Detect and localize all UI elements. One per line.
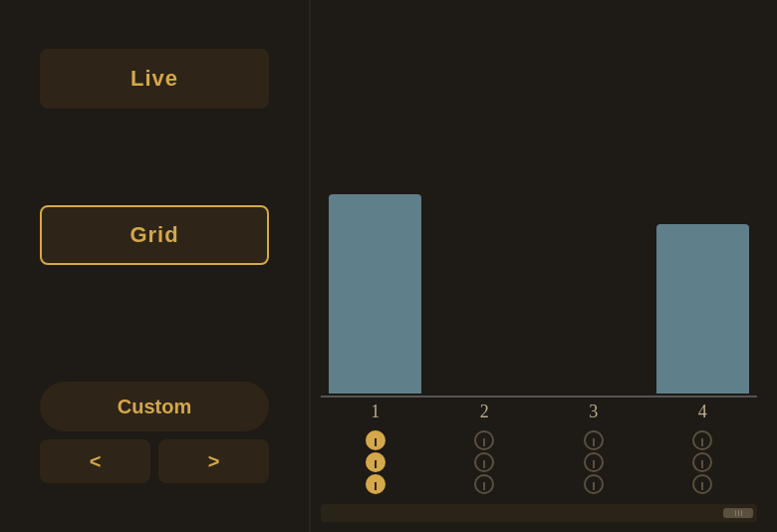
ch-control-4 bbox=[648, 430, 758, 494]
labels-row: 1 2 3 4 bbox=[321, 398, 757, 426]
bars-area bbox=[321, 20, 757, 394]
channel-2-column bbox=[430, 20, 540, 394]
grid-button[interactable]: Grid bbox=[40, 205, 269, 265]
knob-3-bot[interactable] bbox=[584, 474, 604, 494]
ch-label-2: 2 bbox=[430, 401, 540, 422]
knob-4-mid[interactable] bbox=[692, 452, 712, 472]
knob-3-mid[interactable] bbox=[584, 452, 604, 472]
knob-stack-4[interactable] bbox=[692, 430, 712, 494]
knob-4-top[interactable] bbox=[692, 430, 712, 450]
bottom-controls: Custom < > bbox=[40, 382, 269, 483]
ch-control-2 bbox=[430, 430, 540, 494]
scrollbar-line-3 bbox=[741, 510, 742, 516]
knob-3-top[interactable] bbox=[584, 430, 604, 450]
ch-label-4: 4 bbox=[648, 401, 758, 422]
ch-label-3: 3 bbox=[539, 401, 648, 422]
ch-control-3 bbox=[539, 430, 648, 494]
knob-2-bot[interactable] bbox=[474, 474, 494, 494]
channel-1-column bbox=[321, 20, 430, 394]
channel-3-column bbox=[539, 20, 648, 394]
knob-1-top[interactable] bbox=[366, 430, 386, 450]
nav-row: < > bbox=[40, 439, 269, 483]
live-button[interactable]: Live bbox=[40, 49, 269, 109]
knob-4-bot[interactable] bbox=[692, 474, 712, 494]
ch-control-1 bbox=[321, 430, 430, 494]
prev-button[interactable]: < bbox=[40, 439, 150, 483]
next-button[interactable]: > bbox=[158, 439, 269, 483]
knob-1-bot[interactable] bbox=[366, 474, 386, 494]
main-container: Live Grid Custom < > bbox=[0, 0, 777, 532]
knob-stack-2[interactable] bbox=[474, 430, 494, 494]
scrollbar-thumb[interactable] bbox=[723, 508, 753, 518]
right-panel: 1 2 3 4 bbox=[311, 0, 777, 532]
knob-stack-1[interactable] bbox=[366, 430, 386, 494]
ch-label-1: 1 bbox=[321, 401, 430, 422]
knob-stack-3[interactable] bbox=[584, 430, 604, 494]
scrollbar-line-1 bbox=[735, 510, 736, 516]
left-panel: Live Grid Custom < > bbox=[0, 0, 309, 532]
knob-2-mid[interactable] bbox=[474, 452, 494, 472]
knob-1-mid[interactable] bbox=[366, 452, 386, 472]
controls-row bbox=[321, 426, 757, 502]
scrollbar-line-2 bbox=[738, 510, 739, 516]
custom-button[interactable]: Custom bbox=[40, 382, 269, 431]
bar-1 bbox=[329, 194, 421, 394]
channel-4-column bbox=[648, 20, 758, 394]
scrollbar[interactable] bbox=[321, 504, 757, 522]
bar-4 bbox=[656, 224, 749, 394]
knob-2-top[interactable] bbox=[474, 430, 494, 450]
